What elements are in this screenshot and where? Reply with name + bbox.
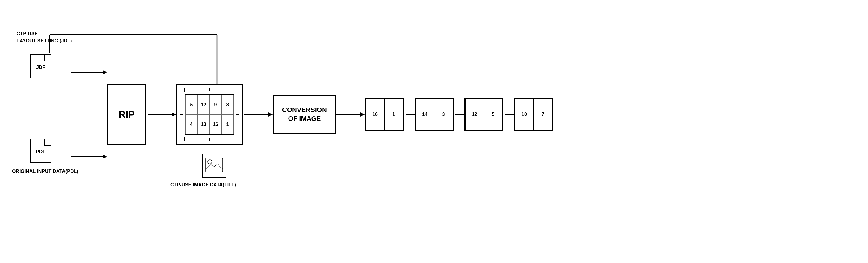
plate2-cell1: 14 — [415, 99, 434, 130]
imp-cell-1: 12 — [197, 95, 210, 114]
jdf-file-icon: JDF — [30, 54, 51, 78]
imposition-grid: 5 12 9 8 4 13 16 1 — [185, 94, 234, 135]
rip-label: RIP — [119, 109, 134, 120]
rip-box: RIP — [107, 84, 146, 144]
svg-marker-1 — [102, 70, 107, 74]
imp-cell-2: 9 — [210, 95, 222, 114]
pdf-label: PDF — [36, 149, 45, 155]
plate-3: 12 5 — [464, 98, 503, 131]
plate-2: 14 3 — [414, 98, 454, 131]
conversion-label: CONVERSIONOF IMAGE — [282, 106, 327, 123]
tiff-label: CTP-USE IMAGE DATA(TIFF) — [170, 182, 236, 188]
plate3-cell1: 12 — [465, 99, 484, 130]
svg-marker-11 — [268, 112, 273, 117]
imp-cell-0: 5 — [185, 95, 197, 114]
ctp-layout-label: CTP-USE LAYOUT SETTING (JDF) — [17, 30, 72, 44]
pdf-file-icon: PDF — [30, 139, 51, 163]
tiff-icon — [202, 154, 226, 178]
svg-marker-5 — [172, 112, 176, 117]
plate-1: 16 1 — [365, 98, 404, 131]
conversion-box: CONVERSIONOF IMAGE — [273, 95, 336, 134]
imp-cell-3: 8 — [222, 95, 234, 114]
imposition-box: 5 12 9 8 4 13 16 1 — [176, 84, 243, 144]
plate1-cell2: 1 — [384, 99, 403, 130]
jdf-label: JDF — [36, 65, 45, 70]
svg-marker-3 — [102, 155, 107, 159]
plate1-cell1: 16 — [366, 99, 384, 130]
svg-point-18 — [208, 160, 212, 164]
imp-cell-6: 16 — [210, 114, 222, 134]
plate3-cell2: 5 — [484, 99, 503, 130]
imp-cell-4: 4 — [185, 114, 197, 134]
plate4-cell2: 7 — [534, 99, 552, 130]
tiff-svg-icon — [205, 158, 223, 174]
plate4-cell1: 10 — [515, 99, 534, 130]
plate-4: 10 7 — [514, 98, 553, 131]
diagram-container: CTP-USE LAYOUT SETTING (JDF) JDF PDF ORI… — [0, 0, 868, 263]
imp-cell-7: 1 — [222, 114, 234, 134]
imp-cell-5: 13 — [197, 114, 210, 134]
original-input-label: ORIGINAL INPUT DATA(PDL) — [12, 169, 79, 174]
svg-marker-13 — [360, 112, 365, 117]
plate2-cell2: 3 — [434, 99, 453, 130]
